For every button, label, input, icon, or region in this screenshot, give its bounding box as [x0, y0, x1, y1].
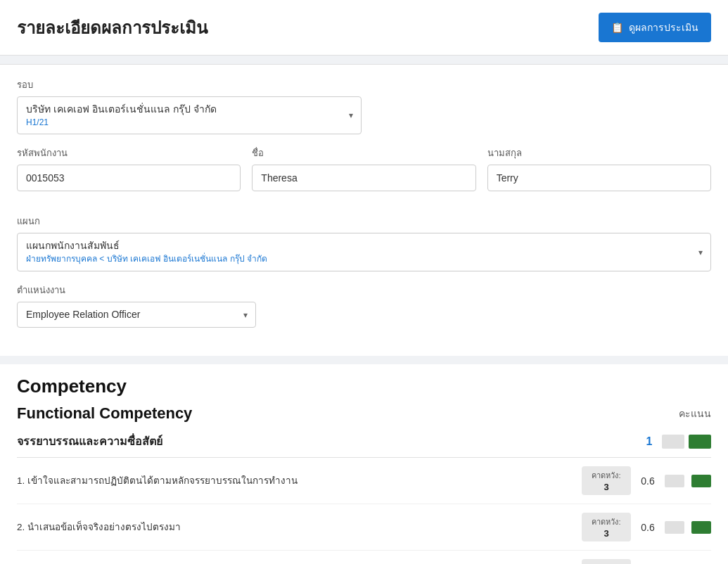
- item-bar-empty: [665, 475, 684, 487]
- item-right: คาดหวัง: 3 0.6: [582, 559, 711, 564]
- first-name-group: ชื่อ: [252, 146, 475, 191]
- document-icon: 📋: [611, 22, 623, 33]
- first-name-input[interactable]: [252, 165, 475, 191]
- expected-val: 3: [589, 482, 624, 492]
- item-text: 2. นำเสนอข้อเท็จจริงอย่างตรงไปตรงมา: [17, 520, 582, 534]
- view-evaluation-button[interactable]: 📋 ดูผลการประเมิน: [599, 13, 711, 42]
- round-select-wrapper: บริษัท เคเคเอฟ อินเตอร์เนชั่นแนล กรุ๊ป จ…: [17, 96, 362, 134]
- department-select[interactable]: แผนกพนักงานสัมพันธ์ ฝ่ายทรัพยากรบุคคล < …: [17, 233, 711, 271]
- header: รายละเอียดผลการประเมิน 📋 ดูผลการประเมิน: [0, 0, 728, 56]
- position-select[interactable]: Employee Relation Officer: [17, 302, 256, 328]
- group-score-value: 1: [641, 435, 658, 448]
- page-title: รายละเอียดผลการประเมิน: [17, 14, 207, 41]
- position-label: ตำแหน่งงาน: [17, 283, 711, 297]
- employee-id-input[interactable]: [17, 165, 241, 191]
- expected-box: คาดหวัง: 3: [582, 513, 631, 541]
- expected-box: คาดหวัง: 3: [582, 559, 631, 564]
- department-label: แผนก: [17, 214, 711, 229]
- round-select[interactable]: บริษัท เคเคเอฟ อินเตอร์เนชั่นแนล กรุ๊ป จ…: [17, 96, 362, 134]
- expected-val: 3: [589, 528, 624, 539]
- round-sub-text: H1/21: [26, 117, 336, 129]
- item-bar-empty: [665, 521, 684, 534]
- item-bar-filled: [691, 475, 711, 487]
- round-main-text: บริษัท เคเคเอฟ อินเตอร์เนชั่นแนล กรุ๊ป จ…: [26, 103, 336, 117]
- group-bar-filled: [689, 435, 711, 449]
- employee-id-label: รหัสพนักงาน: [17, 146, 241, 160]
- item-score-num: 0.6: [638, 522, 658, 533]
- functional-competency-title: Functional Competency: [17, 404, 192, 423]
- competency-items-list: 1. เข้าใจและสามารถปฏิบัติตนได้ตามหลักจรร…: [17, 458, 711, 564]
- expected-label: คาดหวัง:: [589, 469, 624, 482]
- expected-label: คาดหวัง:: [589, 515, 624, 528]
- form-section: รอบ บริษัท เคเคเอฟ อินเตอร์เนชั่นแนล กรุ…: [0, 64, 728, 356]
- competency-section: Competency Functional Competency คะแนน จ…: [0, 364, 728, 564]
- competency-item: 1. เข้าใจและสามารถปฏิบัติตนได้ตามหลักจรร…: [17, 458, 711, 504]
- employee-id-group: รหัสพนักงาน: [17, 146, 241, 191]
- department-sub-text: ฝ่ายทรัพยากรบุคคล < บริษัท เคเคเอฟ อินเต…: [26, 253, 685, 265]
- first-name-label: ชื่อ: [252, 146, 475, 160]
- group-name: จรรยาบรรณและความซื่อสัตย์: [17, 432, 162, 450]
- competency-item: 2. นำเสนอข้อเท็จจริงอย่างตรงไปตรงมา คาดห…: [17, 504, 711, 551]
- item-right: คาดหวัง: 3 0.6: [582, 513, 711, 541]
- employee-name-row: รหัสพนักงาน ชื่อ นามสกุล: [17, 146, 711, 203]
- position-main-text: Employee Relation Officer: [26, 308, 230, 322]
- item-score-num: 0.6: [638, 475, 658, 487]
- position-select-wrapper: Employee Relation Officer ▾: [17, 302, 362, 328]
- last-name-label: นามสกุล: [487, 146, 711, 160]
- department-main-text: แผนกพนักงานสัมพันธ์: [26, 239, 685, 253]
- item-right: คาดหวัง: 3 0.6: [582, 466, 711, 495]
- round-label: รอบ: [17, 77, 711, 92]
- last-name-input[interactable]: [487, 165, 711, 191]
- group-score-area: 1: [641, 435, 711, 449]
- round-field-group: รอบ บริษัท เคเคเอฟ อินเตอร์เนชั่นแนล กรุ…: [17, 77, 711, 134]
- expected-box: คาดหวัง: 3: [582, 466, 631, 495]
- functional-header-row: Functional Competency คะแนน: [17, 400, 711, 425]
- competency-item: 3. แสดงออกถึงการยึดมั่นและเคร่งครัดต่อกฎ…: [17, 551, 711, 564]
- position-field-group: ตำแหน่งงาน Employee Relation Officer ▾: [17, 283, 711, 328]
- competency-title: Competency: [17, 376, 711, 397]
- item-bar-filled: [691, 521, 711, 534]
- competency-group-header: จรรยาบรรณและความซื่อสัตย์ 1: [17, 425, 711, 458]
- group-bar-empty: [662, 435, 684, 449]
- department-select-wrapper: แผนกพนักงานสัมพันธ์ ฝ่ายทรัพยากรบุคคล < …: [17, 233, 711, 271]
- last-name-group: นามสกุล: [487, 146, 711, 191]
- item-text: 1. เข้าใจและสามารถปฏิบัติตนได้ตามหลักจรร…: [17, 474, 582, 488]
- score-header-label: คะแนน: [679, 403, 711, 424]
- department-field-group: แผนก แผนกพนักงานสัมพันธ์ ฝ่ายทรัพยากรบุค…: [17, 214, 711, 271]
